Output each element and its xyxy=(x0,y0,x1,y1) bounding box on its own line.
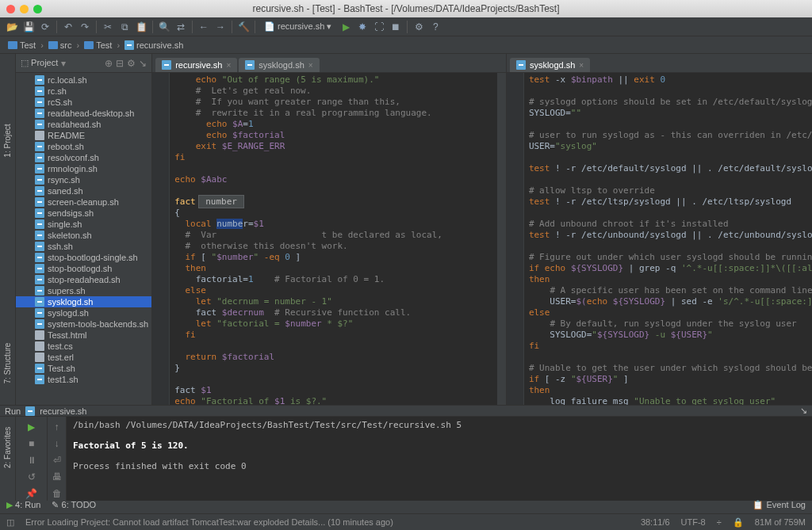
tree-item[interactable]: rc.sh xyxy=(16,86,151,97)
tree-item[interactable]: test1.sh xyxy=(16,374,151,385)
hide-icon[interactable]: ↘ xyxy=(800,406,807,416)
build-icon[interactable]: 🔨 xyxy=(236,20,251,34)
tree-item[interactable]: single.sh xyxy=(16,219,151,230)
softwrap-icon[interactable]: ⏎ xyxy=(50,453,64,467)
file-encoding[interactable]: UTF-8 xyxy=(681,517,706,528)
up-icon[interactable]: ↑ xyxy=(50,420,64,434)
tab-recursive[interactable]: recursive.sh× xyxy=(155,58,237,72)
print-icon[interactable]: 🖶 xyxy=(50,470,64,484)
pin-icon[interactable]: 📌 xyxy=(25,486,39,501)
paste-icon[interactable]: 📋 xyxy=(134,20,148,34)
tree-item[interactable]: Tesst.html xyxy=(16,330,151,341)
breadcrumb-item[interactable]: Test xyxy=(81,40,115,50)
tree-item[interactable]: rmnologin.sh xyxy=(16,163,151,174)
replace-icon[interactable]: ⇄ xyxy=(174,20,188,34)
todo-tool-button[interactable]: ✎ 6: TODO xyxy=(52,500,96,510)
close-window-button[interactable] xyxy=(6,5,15,13)
run-output[interactable]: /bin/bash /Volumes/DATA/IdeaProjects/Bas… xyxy=(67,417,812,501)
project-tool-button[interactable]: 1: Project xyxy=(3,124,12,157)
breadcrumb-item[interactable]: recursive.sh xyxy=(121,40,186,50)
cut-icon[interactable]: ✂ xyxy=(101,20,115,34)
tree-item[interactable]: supers.sh xyxy=(16,285,151,296)
tree-item[interactable]: system-tools-backends.sh xyxy=(16,318,151,330)
tree-item[interactable]: readahead.sh xyxy=(16,119,151,130)
code-editor-right[interactable]: test -x $binpath || exit 0 # syslogd opt… xyxy=(507,73,812,405)
code-content[interactable]: test -x $binpath || exit 0 # syslogd opt… xyxy=(524,73,812,405)
breadcrumb-item[interactable]: src xyxy=(45,40,75,50)
tree-item[interactable]: saned.sh xyxy=(16,185,151,196)
stop-icon[interactable]: ■ xyxy=(25,437,39,451)
tool-windows-icon[interactable]: ◫ xyxy=(6,517,14,528)
help-icon[interactable]: ? xyxy=(428,20,442,34)
hide-icon[interactable]: ↘ xyxy=(139,58,147,69)
tree-item[interactable]: resolvconf.sh xyxy=(16,152,151,163)
tree-item[interactable]: skeleton.sh xyxy=(16,230,151,241)
code-editor-left[interactable]: echo "Out of range (5 is maximum)." # Le… xyxy=(152,73,506,405)
run-tool-button[interactable]: ▶ 4: Run xyxy=(6,500,40,510)
close-icon[interactable]: × xyxy=(226,61,231,70)
tree-item[interactable]: screen-cleanup.sh xyxy=(16,196,151,208)
status-message[interactable]: Error Loading Project: Cannot load artif… xyxy=(25,517,393,527)
redo-icon[interactable]: ↷ xyxy=(78,20,92,34)
tree-item[interactable]: stop-bootlogd.sh xyxy=(16,263,151,274)
gutter[interactable] xyxy=(152,73,170,405)
open-icon[interactable]: 📂 xyxy=(5,20,19,34)
code-content[interactable]: echo "Out of range (5 is maximum)." # Le… xyxy=(170,73,497,405)
stop-icon[interactable]: ⏹ xyxy=(389,20,403,34)
tree-item[interactable]: rc.local.sh xyxy=(16,74,151,86)
clear-icon[interactable]: 🗑 xyxy=(50,486,64,501)
structure-tool-button[interactable]: 7: Structure xyxy=(3,343,12,384)
tab-sysklogd[interactable]: sysklogd.sh× xyxy=(239,58,319,72)
down-icon[interactable]: ↓ xyxy=(50,437,64,451)
gutter[interactable] xyxy=(507,73,524,405)
collapse-icon[interactable]: ⊟ xyxy=(116,58,124,69)
tab-sysklogd-right[interactable]: sysklogd.sh× xyxy=(510,58,590,72)
tree-item[interactable]: ssh.sh xyxy=(16,241,151,252)
rerun-icon[interactable]: ▶ xyxy=(25,420,39,434)
tree-item[interactable]: reboot.sh xyxy=(16,141,151,152)
back-icon[interactable]: ← xyxy=(197,20,211,34)
tree-item[interactable]: stop-readahead.sh xyxy=(16,274,151,285)
marker-strip[interactable] xyxy=(497,73,506,405)
tree-item[interactable]: test.cs xyxy=(16,341,151,352)
breadcrumb-item[interactable]: Test xyxy=(5,40,39,50)
chevron-down-icon[interactable]: ▾ xyxy=(61,58,66,69)
save-icon[interactable]: 💾 xyxy=(21,20,36,34)
forward-icon[interactable]: → xyxy=(213,20,228,34)
tree-item[interactable]: sysklogd.sh xyxy=(16,296,151,307)
code-completion-hint[interactable]: number xyxy=(198,195,244,208)
project-tree[interactable]: rc.local.shrc.shrcS.shreadahead-desktop.… xyxy=(16,73,151,405)
tree-item[interactable]: syslogd.sh xyxy=(16,307,151,318)
tree-item[interactable]: readahead-desktop.sh xyxy=(16,108,151,119)
run-icon[interactable]: ▶ xyxy=(339,20,353,34)
minimize-window-button[interactable] xyxy=(20,5,29,13)
run-config-selector[interactable]: 📄 recursive.sh ▾ xyxy=(259,21,336,32)
tree-item[interactable]: README xyxy=(16,130,151,141)
memory-indicator[interactable]: 81M of 759M xyxy=(755,517,806,528)
tree-item[interactable]: sendsigs.sh xyxy=(16,208,151,219)
tree-item[interactable]: Test.sh xyxy=(16,363,151,374)
tree-item[interactable]: stop-bootlogd-single.sh xyxy=(16,252,151,263)
autoscroll-icon[interactable]: ⊕ xyxy=(105,58,113,69)
favorites-tool-button[interactable]: 2: Favorites xyxy=(3,453,12,468)
undo-icon[interactable]: ↶ xyxy=(61,20,75,34)
lock-icon[interactable]: 🔒 xyxy=(733,517,744,528)
restore-layout-icon[interactable]: ↺ xyxy=(25,470,39,484)
gear-icon[interactable]: ⚙ xyxy=(127,58,136,69)
tree-item[interactable]: rsync.sh xyxy=(16,174,151,185)
sync-icon[interactable]: ⟳ xyxy=(38,20,52,34)
zoom-window-button[interactable] xyxy=(33,5,42,13)
close-icon[interactable]: × xyxy=(308,61,313,70)
pause-icon[interactable]: ⏸ xyxy=(25,453,39,467)
find-icon[interactable]: 🔍 xyxy=(157,20,171,34)
cursor-position[interactable]: 38:11/6 xyxy=(641,517,670,528)
coverage-icon[interactable]: ⛶ xyxy=(372,20,386,34)
insert-mode[interactable]: ÷ xyxy=(717,517,722,528)
tree-item[interactable]: rcS.sh xyxy=(16,97,151,108)
tree-item[interactable]: test.erl xyxy=(16,352,151,363)
copy-icon[interactable]: ⧉ xyxy=(117,20,132,34)
close-icon[interactable]: × xyxy=(579,61,584,70)
project-view-selector[interactable]: ⬚ Project xyxy=(21,58,58,68)
event-log-button[interactable]: 📋 Event Log xyxy=(753,500,806,510)
debug-icon[interactable]: ✸ xyxy=(355,20,370,34)
